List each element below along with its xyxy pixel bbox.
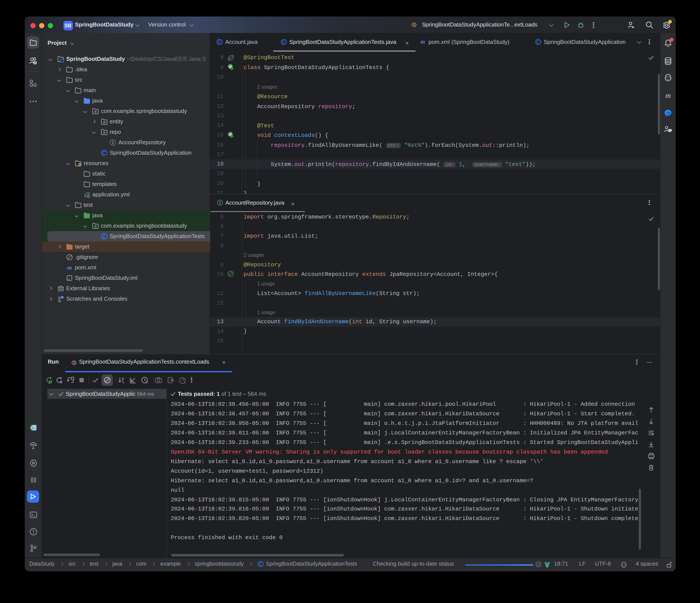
svg-text:?: ? <box>34 61 36 65</box>
svg-text:m: m <box>67 264 72 271</box>
svg-text:m: m <box>421 39 425 45</box>
svg-text:m: m <box>665 91 671 99</box>
